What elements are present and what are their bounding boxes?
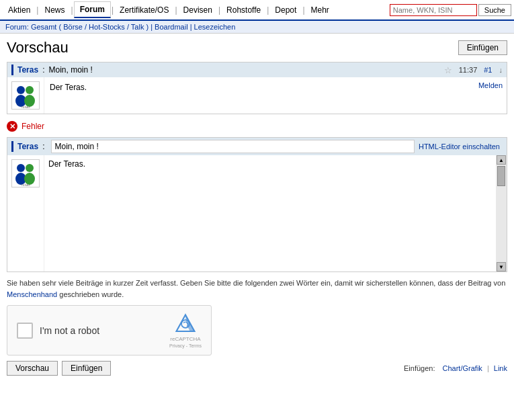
recaptcha-checkbox[interactable] xyxy=(17,323,33,339)
recaptcha-links: Privacy - Terms xyxy=(169,343,202,348)
editor-textarea-wrap: Der Teras. ▲ ▼ xyxy=(44,155,507,271)
post-num: #1 xyxy=(484,66,492,74)
editor-colon: : xyxy=(42,142,44,151)
scrollbar-up-arrow[interactable]: ▲ xyxy=(497,155,506,165)
nav-zertifikate[interactable]: Zertifikate/OS xyxy=(114,3,174,17)
editor-header: Teras : HTML-Editor einschalten xyxy=(7,138,507,155)
breadcrumb: Forum: Gesamt ( Börse / Hot-Stocks / Tal… xyxy=(0,21,514,34)
page-title-row: Vorschau Einfügen xyxy=(7,39,507,56)
recaptcha-privacy: Privacy xyxy=(169,343,185,348)
scrollbar-thumb[interactable] xyxy=(497,166,505,186)
recaptcha-logo-icon xyxy=(175,313,196,335)
einfuegen-bottom-button[interactable]: Einfügen xyxy=(62,361,111,376)
recaptcha-left: I'm not a robot xyxy=(17,323,99,339)
html-editor-toggle[interactable]: HTML-Editor einschalten xyxy=(419,142,503,151)
svg-point-1 xyxy=(17,86,25,94)
scrollbar-down-arrow[interactable]: ▼ xyxy=(497,262,506,271)
einfuegen-top-button[interactable]: Einfügen xyxy=(458,40,507,55)
search-button[interactable]: Suche xyxy=(478,4,511,16)
post-time: 11:37 xyxy=(459,66,478,74)
svg-rect-6 xyxy=(12,160,39,187)
bottom-row: Vorschau Einfügen Einfügen: Chart/Grafik… xyxy=(7,361,507,376)
nav-rohstoffe[interactable]: Rohstoffe xyxy=(221,3,266,17)
post-content: Der Teras. xyxy=(44,77,453,114)
pipe-separator: | xyxy=(487,364,491,372)
svg-rect-0 xyxy=(12,82,39,109)
svg-point-9 xyxy=(26,164,34,172)
nav-mehr[interactable]: Mehr xyxy=(306,3,335,17)
post-scroll-icon[interactable]: ↓ xyxy=(499,66,503,74)
editor-avatar-img: TERAS xyxy=(11,159,40,187)
post-meta-right: ☆ 11:37 #1 ↓ xyxy=(444,65,503,75)
post-header-bar xyxy=(11,65,13,75)
recaptcha-box[interactable]: I'm not a robot reCAPTCHA Privacy - Term… xyxy=(7,305,212,355)
error-label: Fehler xyxy=(22,122,44,131)
bottom-right-links: Einfügen: Chart/Grafik | Link xyxy=(404,364,507,372)
svg-text:TERAS: TERAS xyxy=(21,106,30,109)
editor-header-bar xyxy=(11,141,13,152)
svg-point-7 xyxy=(17,164,25,172)
recaptcha-label: I'm not a robot xyxy=(40,325,99,336)
nav-forum[interactable]: Forum xyxy=(74,1,111,18)
svg-text:TERAS: TERAS xyxy=(21,183,30,187)
post-body-text: Der Teras. xyxy=(50,83,87,92)
scrollbar-track: ▲ ▼ xyxy=(496,155,507,271)
search-box: Suche xyxy=(390,4,511,16)
preview-post: Teras : Moin, moin ! ☆ 11:37 #1 ↓ xyxy=(7,62,507,114)
captcha-warning: Sie haben sehr viele Beiträge in kurzer … xyxy=(7,278,507,300)
einfuegen-label: Einfügen: xyxy=(404,364,435,372)
menschenhand-link[interactable]: Menschenhand xyxy=(7,290,57,298)
top-navigation: Aktien | News | Forum | Zertifikate/OS |… xyxy=(0,0,514,21)
nav-aktien[interactable]: Aktien xyxy=(3,3,36,17)
recaptcha-terms: Terms xyxy=(189,343,202,348)
post-body: TERAS Der Teras. Melden xyxy=(7,77,507,114)
star-icon[interactable]: ☆ xyxy=(444,65,452,75)
nav-devisen[interactable]: Devisen xyxy=(178,3,218,17)
link-link[interactable]: Link xyxy=(494,364,507,372)
error-icon: ✕ xyxy=(7,121,17,132)
breadcrumb-link[interactable]: Forum: Gesamt ( Börse / Hot-Stocks / Tal… xyxy=(5,23,235,31)
post-avatar: TERAS xyxy=(7,77,44,114)
editor-section: Teras : HTML-Editor einschalten TERAS xyxy=(7,137,507,272)
post-actions: Melden xyxy=(453,77,507,114)
captcha-text-before: Sie haben sehr viele Beiträge in kurzer … xyxy=(7,279,505,287)
recaptcha-brand-label: reCAPTCHA xyxy=(170,336,200,342)
post-header: Teras : Moin, moin ! ☆ 11:37 #1 ↓ xyxy=(7,62,507,77)
editor-author: Teras xyxy=(17,142,38,151)
captcha-text-after: geschrieben wurde. xyxy=(57,290,124,298)
error-row: ✕ Fehler xyxy=(7,121,507,132)
avatar: TERAS xyxy=(11,81,40,110)
editor-subject-input[interactable] xyxy=(51,140,414,153)
recaptcha-right: reCAPTCHA Privacy - Terms xyxy=(169,313,202,348)
page-title: Vorschau xyxy=(7,39,69,56)
bottom-left-buttons: Vorschau Einfügen xyxy=(7,361,111,376)
nav-news[interactable]: News xyxy=(39,3,70,17)
editor-avatar: TERAS xyxy=(7,155,44,271)
chart-grafik-link[interactable]: Chart/Grafik xyxy=(443,364,482,372)
search-input[interactable] xyxy=(390,4,477,16)
main-content: Vorschau Einfügen Teras : Moin, moin ! ☆… xyxy=(0,34,514,381)
vorschau-button[interactable]: Vorschau xyxy=(7,361,58,376)
post-author-separator: : xyxy=(42,65,44,75)
editor-textarea[interactable]: Der Teras. xyxy=(44,155,507,269)
nav-depot[interactable]: Depot xyxy=(269,3,302,17)
svg-point-3 xyxy=(26,86,34,94)
melden-link[interactable]: Melden xyxy=(478,81,503,89)
post-author: Teras xyxy=(17,65,38,75)
editor-body-row: TERAS Der Teras. ▲ ▼ xyxy=(7,155,507,271)
post-subject: Moin, moin ! xyxy=(48,65,92,75)
